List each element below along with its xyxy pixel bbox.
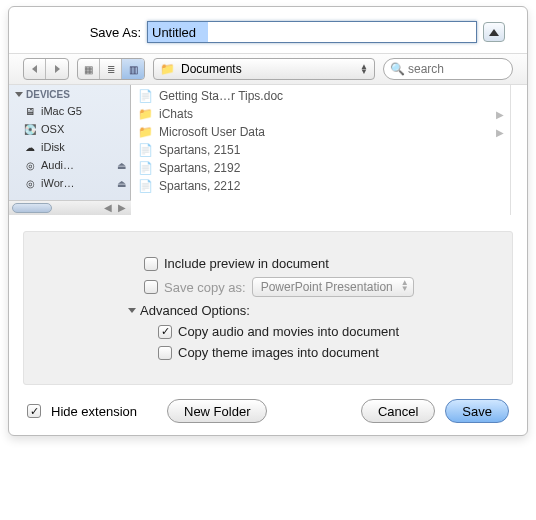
include-preview-checkbox[interactable] [144, 257, 158, 271]
hdd-icon: 💽 [23, 122, 37, 136]
format-value: PowerPoint Presentation [261, 280, 393, 294]
disc-icon: ◎ [23, 158, 37, 172]
nav-back-forward[interactable] [23, 58, 69, 80]
options-panel: Include preview in document Save copy as… [23, 231, 513, 385]
expand-collapse-button[interactable] [483, 22, 505, 42]
list-item[interactable]: 📄Spartans, 2192 [131, 159, 510, 177]
save-as-row: Save As: [9, 7, 527, 53]
save-copy-row: Save copy as: PowerPoint Presentation ▲▼ [144, 277, 502, 297]
triangle-up-icon [489, 29, 499, 36]
view-icon-button[interactable]: ▦ [78, 59, 100, 79]
sidebar-item-label: iMac G5 [41, 105, 82, 117]
chevron-right-icon: ▶ [496, 109, 504, 120]
sidebar-item[interactable]: 💽 OSX [9, 120, 130, 138]
sidebar-item-label: OSX [41, 123, 64, 135]
hide-extension-label: Hide extension [51, 404, 137, 419]
search-icon: 🔍 [390, 62, 405, 76]
copy-media-row: ✓ Copy audio and movies into document [158, 324, 502, 339]
list-item[interactable]: 📄Spartans, 2151 [131, 141, 510, 159]
sidebar: DEVICES 🖥 iMac G5 💽 OSX ☁︎ iDisk ◎ Audi…… [9, 85, 131, 215]
view-mode-segment[interactable]: ▦ ≣ ▥ [77, 58, 145, 80]
search-wrap: 🔍 [383, 58, 513, 80]
file-browser: DEVICES 🖥 iMac G5 💽 OSX ☁︎ iDisk ◎ Audi…… [9, 85, 527, 215]
disclosure-triangle-icon [15, 92, 23, 97]
advanced-options-header[interactable]: Advanced Options: [128, 303, 502, 318]
advanced-options-label: Advanced Options: [140, 303, 250, 318]
sidebar-item[interactable]: 🖥 iMac G5 [9, 102, 130, 120]
save-dialog: Save As: ▦ ≣ ▥ 📁 Documents ▲▼ 🔍 [8, 6, 528, 436]
save-copy-label: Save copy as: [164, 280, 246, 295]
folder-icon: 📁 [137, 106, 153, 122]
list-item[interactable]: 📄Spartans, 2212 [131, 177, 510, 195]
sidebar-header-text: DEVICES [26, 89, 70, 100]
copy-media-checkbox[interactable]: ✓ [158, 325, 172, 339]
include-preview-row: Include preview in document [144, 256, 502, 271]
filename-input[interactable] [147, 21, 477, 43]
view-list-button[interactable]: ≣ [100, 59, 122, 79]
eject-icon[interactable]: ⏏ [117, 178, 126, 189]
cancel-button[interactable]: Cancel [361, 399, 435, 423]
document-icon: 📄 [137, 160, 153, 176]
copy-theme-row: Copy theme images into document [158, 345, 502, 360]
sidebar-item-label: iWor… [41, 177, 74, 189]
file-name: Spartans, 2192 [159, 161, 240, 175]
browser-toolbar: ▦ ≣ ▥ 📁 Documents ▲▼ 🔍 [9, 53, 527, 85]
location-popup[interactable]: 📁 Documents ▲▼ [153, 58, 375, 80]
column: 📄Getting Sta…r Tips.doc 📁iChats▶ 📁Micros… [131, 85, 511, 215]
chevron-right-icon: ▶ [496, 127, 504, 138]
scrollbar-thumb[interactable] [12, 203, 52, 213]
file-name: Getting Sta…r Tips.doc [159, 89, 283, 103]
copy-media-label: Copy audio and movies into document [178, 324, 399, 339]
file-name: iChats [159, 107, 193, 121]
file-name: Spartans, 2212 [159, 179, 240, 193]
sidebar-scrollbar[interactable]: ◀ ▶ [9, 200, 131, 215]
icon-view-icon: ▦ [84, 64, 93, 75]
copy-theme-checkbox[interactable] [158, 346, 172, 360]
save-as-label: Save As: [31, 25, 141, 40]
new-folder-button[interactable]: New Folder [167, 399, 267, 423]
document-icon: 📄 [137, 142, 153, 158]
scroll-left-icon[interactable]: ◀ [101, 202, 115, 213]
disclosure-triangle-icon [128, 308, 136, 313]
view-column-button[interactable]: ▥ [122, 59, 144, 79]
document-icon: 📄 [137, 88, 153, 104]
popup-arrows-icon: ▲▼ [360, 64, 368, 74]
chevron-right-icon [55, 65, 60, 73]
sidebar-item-label: iDisk [41, 141, 65, 153]
eject-icon[interactable]: ⏏ [117, 160, 126, 171]
sidebar-item[interactable]: ◎ iWor… ⏏ [9, 174, 130, 192]
document-icon: 📄 [137, 178, 153, 194]
sidebar-section-header[interactable]: DEVICES [9, 85, 130, 102]
popup-arrows-icon: ▲▼ [401, 280, 409, 292]
list-item[interactable]: 📁iChats▶ [131, 105, 510, 123]
bottom-bar: ✓ Hide extension New Folder Cancel Save [9, 395, 527, 423]
folder-icon: 📁 [160, 62, 175, 76]
folder-icon: 📁 [137, 124, 153, 140]
disc-icon: ◎ [23, 176, 37, 190]
hide-extension-checkbox[interactable]: ✓ [27, 404, 41, 418]
column-empty [511, 85, 527, 215]
back-button[interactable] [24, 59, 46, 79]
include-preview-label: Include preview in document [164, 256, 329, 271]
column-view-icon: ▥ [129, 64, 138, 75]
file-name: Spartans, 2151 [159, 143, 240, 157]
list-item[interactable]: 📄Getting Sta…r Tips.doc [131, 87, 510, 105]
save-copy-checkbox[interactable] [144, 280, 158, 294]
imac-icon: 🖥 [23, 104, 37, 118]
scroll-right-icon[interactable]: ▶ [115, 202, 129, 213]
list-item[interactable]: 📁Microsoft User Data▶ [131, 123, 510, 141]
sidebar-item[interactable]: ☁︎ iDisk [9, 138, 130, 156]
sidebar-item[interactable]: ◎ Audi… ⏏ [9, 156, 130, 174]
chevron-left-icon [32, 65, 37, 73]
format-popup: PowerPoint Presentation ▲▼ [252, 277, 414, 297]
copy-theme-label: Copy theme images into document [178, 345, 379, 360]
forward-button[interactable] [46, 59, 68, 79]
sidebar-item-label: Audi… [41, 159, 74, 171]
list-view-icon: ≣ [107, 64, 115, 75]
location-label: Documents [181, 62, 242, 76]
save-button[interactable]: Save [445, 399, 509, 423]
file-name: Microsoft User Data [159, 125, 265, 139]
idisk-icon: ☁︎ [23, 140, 37, 154]
